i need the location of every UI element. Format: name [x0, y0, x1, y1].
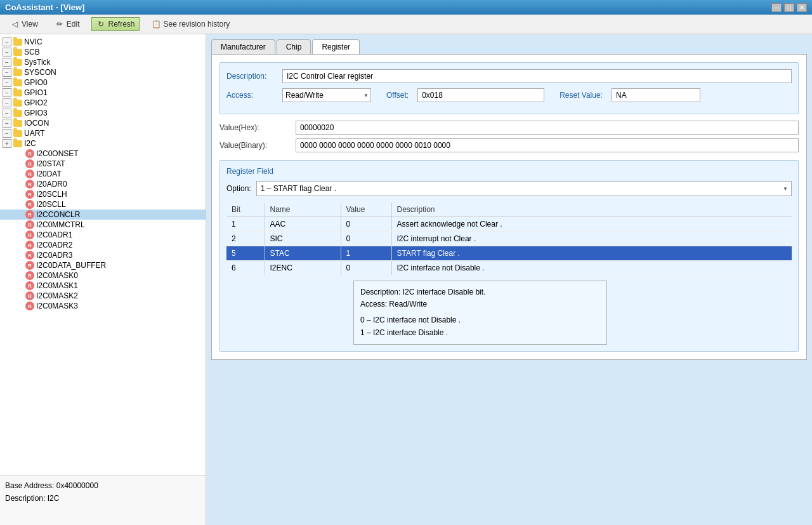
tooltip-description: Description: I2C interface Disable bit.: [360, 286, 600, 298]
field-table-header: Bit Name Value Description: [226, 203, 792, 217]
tree-item-systick[interactable]: −SysTick: [0, 57, 206, 67]
table-row[interactable]: 5 STAC 1 START flag Clear .: [226, 246, 792, 261]
tree-item-i2c0mask0[interactable]: RI2C0MASK0: [0, 270, 206, 281]
tree-item-label-i2cadr0: I20ADR0: [36, 180, 67, 189]
tree-container[interactable]: −NVIC−SCB−SysTick−SYSCON−GPIO0−GPIO1−GPI…: [0, 34, 206, 475]
expand-icon-gpio2[interactable]: −: [3, 98, 11, 107]
view-button[interactable]: ◁ View: [5, 17, 43, 31]
tree-item-i2cconclr[interactable]: RI2CCONCLR: [0, 209, 206, 220]
expand-icon-gpio0[interactable]: −: [3, 78, 11, 87]
tree-item-i2cstat[interactable]: RI20STAT: [0, 159, 206, 169]
register-icon-i2c0mask2: R: [25, 291, 34, 300]
hex-value-label: Value(Hex):: [219, 123, 296, 132]
edit-label: Edit: [67, 20, 80, 29]
tree-item-syscon[interactable]: −SYSCON: [0, 67, 206, 77]
tab-register[interactable]: Register: [312, 39, 360, 54]
tree-item-i2c0adr3[interactable]: RI2C0ADR3: [0, 250, 206, 260]
tree-item-i2cadr0[interactable]: RI20ADR0: [0, 179, 206, 189]
hex-value-row: Value(Hex):: [219, 121, 799, 135]
tab-chip[interactable]: Chip: [277, 39, 311, 54]
folder-icon-gpio3: [13, 109, 23, 117]
tree-item-uart[interactable]: −UART: [0, 128, 206, 138]
cell-value: 0: [341, 261, 391, 276]
register-info-section: Description: Access: Read/Write Read Onl…: [219, 62, 799, 114]
tree-item-i2commctrl[interactable]: RI2C0MMCTRL: [0, 220, 206, 230]
tree-item-label-i2c0mask0: I2C0MASK0: [36, 271, 78, 280]
tree-item-i2csclh[interactable]: RI20SCLH: [0, 189, 206, 199]
expand-icon-systick[interactable]: −: [3, 58, 11, 67]
tree-item-i2c0mask2[interactable]: RI2C0MASK2: [0, 291, 206, 301]
register-icon-i2cdat: R: [25, 169, 34, 178]
revision-button[interactable]: 📋 See revision history: [147, 17, 235, 31]
expand-icon-scb[interactable]: −: [3, 48, 11, 56]
option-select[interactable]: 1 – START flag Clear .: [256, 181, 792, 196]
description-value: I2C: [48, 494, 60, 503]
tree-item-label-i2c0onset: I2C0ONSET: [36, 149, 79, 158]
register-icon-i2c0adr2: R: [25, 241, 34, 249]
table-row[interactable]: 6 I2ENC 0 I2C interface not Disable .: [226, 261, 792, 276]
offset-field-label: Offset:: [386, 91, 409, 100]
expand-icon-uart[interactable]: −: [3, 129, 11, 138]
tree-item-i2c0data_buffer[interactable]: RI2C0DATA_BUFFER: [0, 260, 206, 270]
tooltip-options: 0 – I2C interface not Disable .1 – I2C i…: [360, 314, 600, 338]
edit-button[interactable]: ✏ Edit: [50, 17, 84, 31]
tree-item-nvic[interactable]: −NVIC: [0, 37, 206, 47]
tree-item-scb[interactable]: −SCB: [0, 47, 206, 57]
minimize-button[interactable]: ─: [771, 3, 782, 12]
register-icon-i2c0mask3: R: [25, 302, 34, 310]
expand-icon-nvic[interactable]: −: [3, 37, 11, 46]
tree-item-label-gpio1: GPIO1: [24, 88, 48, 97]
expand-icon-syscon[interactable]: −: [3, 68, 11, 77]
access-select[interactable]: Read/Write Read Only Write Only: [282, 88, 371, 102]
offset-field-input[interactable]: [417, 88, 544, 102]
tree-item-i2c0mask3[interactable]: RI2C0MASK3: [0, 301, 206, 311]
tree-item-gpio1[interactable]: −GPIO1: [0, 88, 206, 98]
expand-icon-iocon[interactable]: −: [3, 119, 11, 128]
content-area: Description: Access: Read/Write Read Onl…: [211, 54, 807, 360]
tree-item-i2c[interactable]: +I2C: [0, 138, 206, 149]
folder-icon-systick: [13, 58, 23, 66]
tree-item-i2c0adr1[interactable]: RI2C0ADR1: [0, 230, 206, 240]
expand-icon-i2c[interactable]: +: [3, 139, 11, 148]
tree-item-i2c0onset[interactable]: RI2C0ONSET: [0, 149, 206, 159]
tree-item-label-systick: SysTick: [24, 58, 51, 67]
tree-item-iocon[interactable]: −IOCON: [0, 118, 206, 128]
cell-value: 1: [341, 246, 391, 261]
tooltip-popup: Description: I2C interface Disable bit. …: [353, 281, 607, 345]
expand-icon-gpio1[interactable]: −: [3, 88, 11, 97]
close-button[interactable]: ✕: [797, 3, 807, 12]
tree-item-i2c0adr2[interactable]: RI2C0ADR2: [0, 240, 206, 250]
tab-manufacturer[interactable]: Manufacturer: [211, 39, 275, 54]
tree-item-gpio0[interactable]: −GPIO0: [0, 77, 206, 88]
tree-item-i2cdat[interactable]: RI20DAT: [0, 169, 206, 179]
cell-value: 0: [341, 217, 391, 232]
description-label: Description:: [5, 494, 45, 503]
cell-bit: 1: [226, 217, 265, 232]
tree-item-label-iocon: IOCON: [24, 119, 49, 128]
folder-icon-gpio0: [13, 79, 23, 86]
folder-shape: [13, 79, 22, 86]
binary-value-row: Value(Binary):: [219, 138, 799, 152]
tree-item-i2cscll[interactable]: RI20SCLL: [0, 199, 206, 209]
tree-item-i2c0mask1[interactable]: RI2C0MASK1: [0, 281, 206, 291]
table-row[interactable]: 1 AAC 0 Assert acknowledge not Clear .: [226, 217, 792, 232]
col-bit-header: Bit: [226, 203, 265, 217]
bottom-info: Base Address: 0x40000000 Description: I2…: [0, 475, 206, 525]
folder-icon-syscon: [13, 69, 23, 76]
restore-button[interactable]: □: [784, 3, 794, 12]
binary-value-input[interactable]: [296, 138, 799, 152]
main-layout: −NVIC−SCB−SysTick−SYSCON−GPIO0−GPIO1−GPI…: [0, 34, 812, 525]
expand-icon-gpio3[interactable]: −: [3, 109, 11, 117]
folder-icon-nvic: [13, 38, 23, 46]
tree-item-gpio3[interactable]: −GPIO3: [0, 108, 206, 118]
cell-name: I2ENC: [265, 261, 341, 276]
description-field-label: Description:: [226, 72, 277, 81]
hex-value-input[interactable]: [296, 121, 799, 135]
cell-value: 0: [341, 232, 391, 246]
description-field-input[interactable]: [282, 69, 792, 83]
table-row[interactable]: 2 SIC 0 I2C interrupt not Clear .: [226, 232, 792, 246]
reset-value-input[interactable]: [612, 88, 700, 102]
refresh-button[interactable]: ↻ Refresh: [91, 17, 139, 31]
cell-desc: I2C interface not Disable .: [391, 261, 792, 276]
tree-item-gpio2[interactable]: −GPIO2: [0, 98, 206, 108]
